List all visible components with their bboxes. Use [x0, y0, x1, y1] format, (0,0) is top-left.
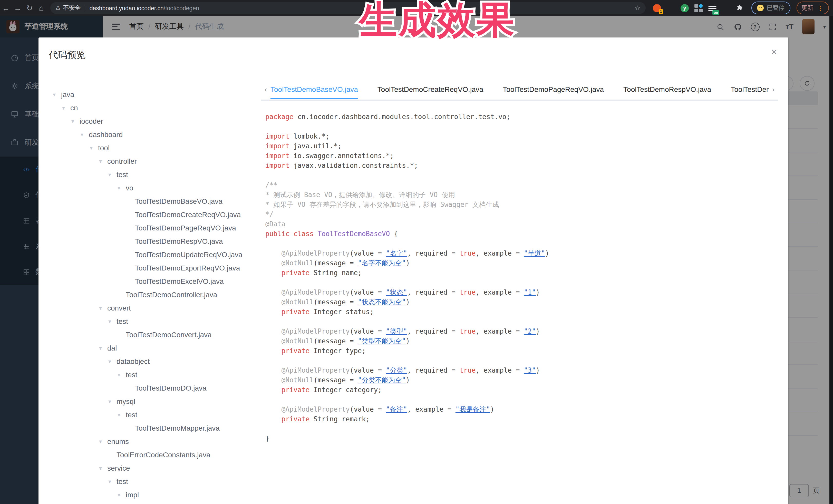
tabs-scroll-right-icon[interactable]: ›	[769, 85, 778, 93]
file-tab[interactable]: ToolTestDemoBaseVO.java	[270, 79, 358, 99]
caret-down-icon[interactable]: ▾	[108, 398, 117, 405]
tree-node-file[interactable]: ToolTestDemoCreateReqVO.java	[39, 208, 259, 221]
security-warning-icon[interactable]: ⚠	[55, 5, 61, 11]
tree-node-label: test	[117, 170, 128, 178]
caret-down-icon[interactable]: ▾	[99, 305, 107, 311]
caret-down-icon[interactable]: ▾	[108, 171, 117, 178]
tree-node-folder[interactable]: ▾test	[39, 408, 259, 422]
caret-down-icon[interactable]: ▾	[108, 478, 117, 485]
file-tab[interactable]: ToolTestDemoPageReqVO.java	[503, 79, 604, 99]
tree-node-file[interactable]: ToolTestDemoController.java	[39, 288, 259, 301]
url-host: dashboard.yudao.iocoder.cn	[90, 5, 164, 11]
extension-drop-icon[interactable]	[667, 4, 675, 12]
code-line: /**	[265, 180, 778, 190]
tree-node-file[interactable]: ToolTestDemoPageReqVO.java	[39, 221, 259, 235]
caret-down-icon[interactable]: ▾	[99, 158, 107, 165]
code-line: * 如果子 VO 存在差异的字段，请不要添加到这里，影响 Swagger 文档生…	[265, 200, 778, 209]
bookmark-star-icon[interactable]: ☆	[635, 4, 641, 12]
paused-label: 已暂停	[767, 4, 785, 12]
tree-node-file[interactable]: ToolErrorCodeConstants.java	[39, 448, 259, 461]
tree-node-file[interactable]: ToolTestDemoDO.java	[39, 381, 259, 395]
caret-down-icon[interactable]: ▾	[53, 91, 61, 98]
browser-scrollbar[interactable]	[829, 16, 833, 504]
caret-down-icon[interactable]: ▾	[99, 465, 107, 472]
code-line: }	[265, 434, 778, 443]
tree-node-folder[interactable]: ▾iocoder	[39, 115, 259, 128]
paused-extension-pill[interactable]: 已暂停	[752, 2, 790, 15]
tree-node-folder[interactable]: ▾convert	[39, 301, 259, 315]
tree-node-folder[interactable]: ▾test	[39, 315, 259, 328]
browser-update-button[interactable]: 更新 ⋮	[796, 2, 829, 15]
caret-down-icon[interactable]: ▾	[118, 491, 126, 498]
tree-node-folder[interactable]: ▾impl	[39, 488, 259, 501]
code-line	[265, 170, 778, 180]
tabs-scroll-left-icon[interactable]: ‹	[261, 85, 270, 93]
tree-node-file[interactable]: ToolTestDemoExcelVO.java	[39, 274, 259, 288]
file-tab[interactable]: ToolTestDemoCreateReqVO.java	[378, 79, 483, 99]
tree-node-folder[interactable]: ▾mysql	[39, 395, 259, 408]
tree-node-folder[interactable]: ▾enums	[39, 435, 259, 448]
tree-node-file[interactable]: ToolTestDemoBaseVO.java	[39, 194, 259, 208]
browser-menu-icon[interactable]: ⋮	[817, 4, 824, 11]
caret-down-icon[interactable]: ▾	[108, 318, 117, 325]
tree-node-folder[interactable]: ▾test	[39, 168, 259, 181]
tree-node-folder[interactable]: ▾java	[39, 88, 259, 101]
tree-node-folder[interactable]: ▾controller	[39, 154, 259, 168]
close-icon[interactable]: ×	[771, 47, 777, 57]
code-line: @NotNull(message = "类型不能为空")	[265, 336, 778, 346]
tree-node-folder[interactable]: ▾dal	[39, 341, 259, 355]
tree-node-label: enums	[107, 437, 129, 446]
tree-node-folder[interactable]: ▾service	[39, 461, 259, 475]
tree-node-folder[interactable]: ▾test	[39, 368, 259, 381]
tree-node-folder[interactable]: ▾test	[39, 475, 259, 488]
caret-down-icon[interactable]: ▾	[99, 345, 107, 351]
tree-node-folder[interactable]: ▾dataobject	[39, 355, 259, 368]
file-tab[interactable]: ToolTestDemoRespVO.java	[623, 79, 711, 99]
caret-down-icon[interactable]: ▾	[118, 411, 126, 418]
caret-down-icon[interactable]: ▾	[90, 144, 98, 151]
extensions-row: 1 y on	[653, 4, 744, 12]
file-tab[interactable]: ToolTestDemoUpdateReqVO.java	[731, 79, 769, 99]
tree-node-file[interactable]: ToolTestDemoRespVO.java	[39, 235, 259, 248]
tree-node-file[interactable]: ToolTestDemoUpdateReqVO.java	[39, 248, 259, 261]
code-line	[265, 122, 778, 131]
tree-node-file[interactable]: ToolTestDemoConvert.java	[39, 328, 259, 341]
browser-back-icon[interactable]: ←	[0, 4, 12, 12]
extension-leaf-icon[interactable]	[722, 4, 730, 12]
extension-list-icon[interactable]: on	[708, 4, 716, 12]
browser-home-icon[interactable]: ⌂	[35, 4, 47, 12]
tree-node-folder[interactable]: ▾tool	[39, 141, 259, 154]
tree-node-folder[interactable]: ▾vo	[39, 181, 259, 194]
extension-green-icon[interactable]: y	[681, 4, 689, 12]
caret-down-icon[interactable]: ▾	[62, 104, 70, 111]
tree-node-label: impl	[126, 491, 139, 499]
address-bar[interactable]: ⚠ 不安全 dashboard.yudao.iocoder.cn /tool/c…	[50, 2, 646, 14]
code-line	[265, 239, 778, 248]
tree-node-label: ToolTestDemoBaseVO.java	[135, 197, 222, 205]
tree-node-label: convert	[107, 304, 131, 312]
tree-node-folder[interactable]: ▾dashboard	[39, 128, 259, 141]
browser-forward-icon[interactable]: →	[12, 4, 24, 12]
caret-down-icon[interactable]: ▾	[71, 118, 79, 124]
tree-node-file[interactable]: ToolTestDemoMapper.java	[39, 422, 259, 435]
tree-node-label: test	[117, 477, 128, 485]
tree-node-label: ToolTestDemoMapper.java	[135, 424, 220, 432]
tree-node-label: ToolTestDemoCreateReqVO.java	[135, 211, 241, 219]
caret-down-icon[interactable]: ▾	[99, 438, 107, 445]
tree-node-file[interactable]: ToolTestDemoServiceImpl.java	[39, 501, 259, 504]
code-view: package cn.iocoder.dashboard.modules.too…	[265, 112, 778, 443]
caret-down-icon[interactable]: ▾	[118, 185, 126, 191]
caret-down-icon[interactable]: ▾	[80, 131, 89, 138]
code-line: private String remark;	[265, 414, 778, 424]
extension-grid-icon[interactable]	[694, 4, 703, 12]
extensions-puzzle-icon[interactable]	[736, 4, 744, 12]
code-line: @ApiModelProperty(value = "名字", required…	[265, 248, 778, 258]
browser-reload-icon[interactable]: ↻	[24, 3, 35, 13]
caret-down-icon[interactable]: ▾	[108, 358, 117, 365]
code-line	[265, 424, 778, 434]
tree-node-folder[interactable]: ▾cn	[39, 101, 259, 115]
code-line: private Integer status;	[265, 307, 778, 317]
extension-orange-icon[interactable]: 1	[653, 4, 661, 12]
caret-down-icon[interactable]: ▾	[118, 371, 126, 378]
tree-node-file[interactable]: ToolTestDemoExportReqVO.java	[39, 261, 259, 274]
